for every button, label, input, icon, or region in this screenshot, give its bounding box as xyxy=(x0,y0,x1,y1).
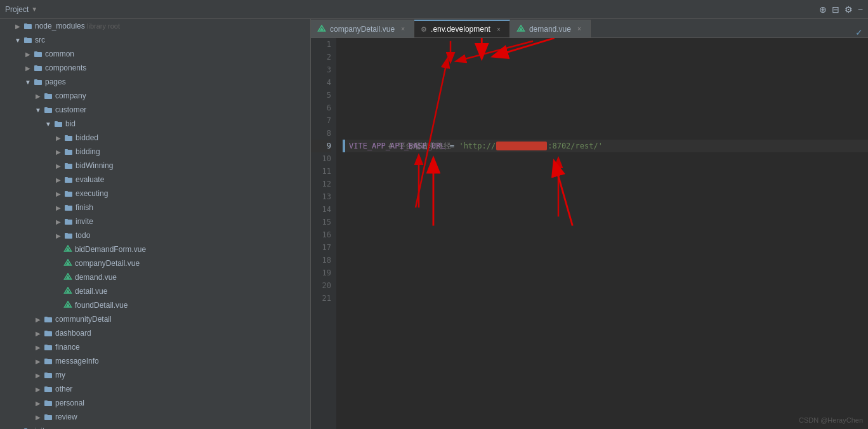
tree-item-review[interactable]: ▶ review xyxy=(0,410,310,424)
expand-arrow[interactable]: ▶ xyxy=(33,370,43,380)
svg-rect-27 xyxy=(65,205,68,206)
tree-item-common[interactable]: ▶ common xyxy=(0,47,310,61)
expand-arrow[interactable]: ▼ xyxy=(23,77,33,87)
tree-item-detail-file[interactable]: detail.vue xyxy=(0,284,310,298)
expand-arrow[interactable]: ▼ xyxy=(43,119,53,129)
code-editor[interactable]: # 平台端请求路径 VITE_APP_API_BASE_URL = 'http:… xyxy=(336,38,868,429)
tab-env-icon: ⚙ xyxy=(421,25,427,34)
code-line-2 xyxy=(343,51,868,63)
tree-item-todo[interactable]: ▶ todo xyxy=(0,228,310,242)
tree-item-src[interactable]: ▼ src xyxy=(0,33,310,47)
expand-arrow[interactable]: ▶ xyxy=(23,63,33,73)
tree-item-init[interactable]: ▶ init xyxy=(0,424,310,429)
tab-env-development[interactable]: ⚙ .env.development × xyxy=(414,20,510,37)
tree-item-personal[interactable]: ▶ personal xyxy=(0,396,310,410)
tree-item-dashboard[interactable]: ▶ dashboard xyxy=(0,326,310,340)
expand-arrow[interactable]: ▶ xyxy=(33,342,43,352)
project-label[interactable]: Project ▼ xyxy=(5,5,37,14)
expand-arrow[interactable]: ▶ xyxy=(13,426,23,429)
code-line-3 xyxy=(343,63,868,76)
tree-item-my[interactable]: ▶ my xyxy=(0,368,310,382)
tree-item-bidding[interactable]: ▶ bidding xyxy=(0,145,310,159)
tree-item-bidDemandForm[interactable]: bidDemandForm.vue xyxy=(0,242,310,256)
expand-arrow[interactable]: ▶ xyxy=(33,314,43,324)
svg-rect-49 xyxy=(44,359,48,360)
tab-close-button[interactable]: × xyxy=(398,25,407,34)
tree-item-pages[interactable]: ▼ pages xyxy=(0,75,310,89)
tab-close-button[interactable]: × xyxy=(494,25,503,34)
expand-arrow[interactable]: ▶ xyxy=(33,412,43,422)
tree-item-messageInfo[interactable]: ▶ messageInfo xyxy=(0,354,310,368)
tab-companyDetail[interactable]: companyDetail.vue × xyxy=(311,20,414,37)
env-redacted xyxy=(496,142,547,150)
folder-icon xyxy=(33,63,43,73)
expand-arrow[interactable]: ▶ xyxy=(53,230,63,241)
svg-rect-42 xyxy=(44,317,52,322)
svg-rect-19 xyxy=(65,149,68,150)
expand-arrow[interactable]: ▶ xyxy=(13,21,23,31)
expand-arrow[interactable]: ▶ xyxy=(33,91,43,101)
code-line-1 xyxy=(343,38,868,51)
folder-icon xyxy=(43,356,53,366)
tree-item-demand-file[interactable]: demand.vue xyxy=(0,270,310,284)
expand-arrow[interactable]: ▼ xyxy=(33,105,43,115)
svg-rect-1 xyxy=(24,23,27,25)
tree-item-foundDetail-file[interactable]: foundDetail.vue xyxy=(0,298,310,312)
svg-rect-18 xyxy=(65,150,72,155)
tree-item-executing[interactable]: ▶ executing xyxy=(0,187,310,201)
tree-item-customer[interactable]: ▼ customer xyxy=(0,103,310,117)
tree-item-label: bidding xyxy=(76,147,100,156)
tree-item-node_modules[interactable]: ▶ node_modules library root xyxy=(0,19,310,33)
tree-item-bid[interactable]: ▼ bid xyxy=(0,117,310,131)
folder-icon xyxy=(23,35,33,45)
tree-item-components[interactable]: ▶ components xyxy=(0,61,310,75)
main-layout: ▶ node_modules library root ▼ src ▶ comm… xyxy=(0,19,868,429)
expand-arrow[interactable]: ▼ xyxy=(13,35,23,45)
tree-item-label: messageInfo xyxy=(55,357,99,366)
minus-icon[interactable]: − xyxy=(858,4,863,15)
mark-icon[interactable]: ⊕ xyxy=(819,4,827,15)
tree-item-label: evaluate xyxy=(76,175,104,184)
expand-arrow[interactable]: ▶ xyxy=(53,133,63,143)
checkmark-icon[interactable]: ✓ xyxy=(855,27,863,37)
top-bar-icons: ⊕ ⊟ ⚙ − xyxy=(819,4,863,15)
tree-item-finish[interactable]: ▶ finish xyxy=(0,201,310,214)
svg-rect-56 xyxy=(44,415,52,420)
line-num-17: 17 xyxy=(311,241,331,254)
folder-icon xyxy=(63,133,74,143)
tree-item-bidded[interactable]: ▶ bidded xyxy=(0,131,310,145)
expand-arrow[interactable]: ▶ xyxy=(33,384,43,394)
expand-arrow[interactable]: ▶ xyxy=(53,202,63,213)
tree-item-label: foundDetail.vue xyxy=(75,301,128,310)
code-line-21 xyxy=(343,292,868,305)
svg-rect-8 xyxy=(34,80,42,85)
expand-arrow[interactable]: ▶ xyxy=(33,356,43,366)
folder-icon xyxy=(23,21,33,31)
tab-close-button[interactable]: × xyxy=(575,25,584,34)
expand-arrow[interactable]: ▶ xyxy=(53,216,63,227)
expand-arrow[interactable]: ▶ xyxy=(33,398,43,408)
settings-icon[interactable]: ⚙ xyxy=(845,4,853,15)
svg-rect-31 xyxy=(65,233,68,234)
expand-arrow[interactable]: ▶ xyxy=(53,147,63,157)
tree-item-bidWinning[interactable]: ▶ bidWinning xyxy=(0,159,310,173)
line-num-14: 14 xyxy=(311,203,331,216)
tree-item-company[interactable]: ▶ company xyxy=(0,89,310,103)
expand-arrow[interactable]: ▶ xyxy=(53,175,63,185)
tree-item-invite[interactable]: ▶ invite xyxy=(0,214,310,228)
svg-rect-28 xyxy=(65,220,72,225)
tab-demand[interactable]: demand.vue × xyxy=(510,20,591,37)
layout-icon[interactable]: ⊟ xyxy=(832,4,839,15)
folder-icon xyxy=(63,230,74,241)
tree-item-evaluate[interactable]: ▶ evaluate xyxy=(0,173,310,187)
code-line-20 xyxy=(343,279,868,292)
expand-arrow[interactable]: ▶ xyxy=(33,328,43,338)
tree-item-companyDetail-file[interactable]: companyDetail.vue xyxy=(0,256,310,270)
expand-arrow[interactable]: ▶ xyxy=(53,161,63,171)
tree-item-other[interactable]: ▶ other xyxy=(0,382,310,396)
tree-item-communityDetail[interactable]: ▶ communityDetail xyxy=(0,312,310,326)
expand-arrow[interactable]: ▶ xyxy=(53,188,63,199)
expand-arrow[interactable]: ▶ xyxy=(23,49,33,59)
tree-item-finance[interactable]: ▶ finance xyxy=(0,340,310,354)
code-line-8: # 平台端请求路径 xyxy=(343,127,868,140)
